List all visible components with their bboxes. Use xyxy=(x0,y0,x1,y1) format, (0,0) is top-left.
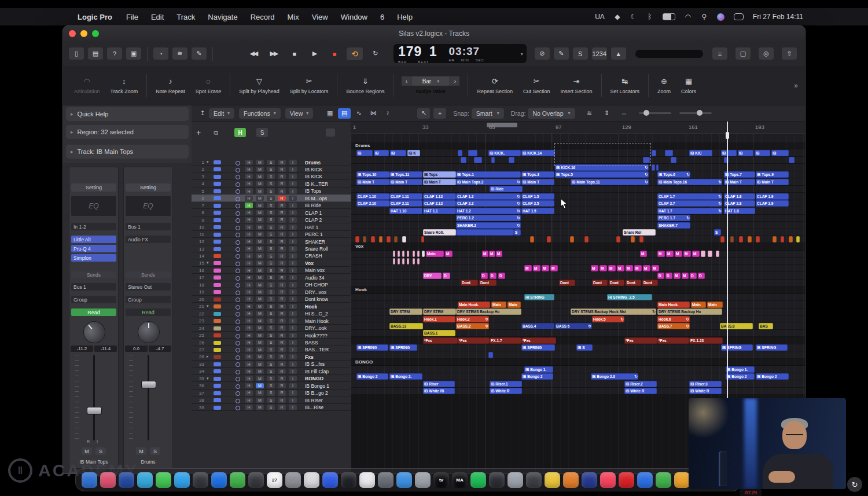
track-i-button[interactable]: I xyxy=(289,160,297,166)
dock-icon-app-dark2[interactable] xyxy=(489,472,505,488)
track-r-button[interactable]: R xyxy=(278,398,286,403)
track-i-button[interactable]: I xyxy=(289,311,297,317)
track-i-button[interactable]: I xyxy=(289,253,297,259)
menu-functions[interactable]: Functions▾ xyxy=(239,108,281,119)
region-ib-kick-16[interactable]: IB KICK.16↻ xyxy=(555,164,649,171)
waveform-zoom-icon[interactable]: ≋ xyxy=(583,108,596,119)
region-ib-riser-2[interactable]: IB Riser.2 xyxy=(624,381,657,387)
region-clap-1-9[interactable]: CLAP 1.9 xyxy=(756,193,789,200)
region-m[interactable]: M xyxy=(617,265,624,271)
dock-icon-whatsapp[interactable] xyxy=(156,472,171,488)
region-ib-spring[interactable]: IB SPRING xyxy=(389,344,417,351)
track-i-button[interactable]: I xyxy=(289,188,297,194)
track-h-button[interactable]: H xyxy=(245,369,253,374)
dock-icon-app-dark[interactable] xyxy=(193,472,208,488)
track-header-14[interactable]: 14HMSRICRASH xyxy=(192,252,351,259)
track-i-button[interactable]: I xyxy=(289,174,297,179)
track-i-button[interactable]: I xyxy=(289,325,297,331)
track-s-button[interactable]: S xyxy=(267,188,275,194)
track-s-button[interactable]: S xyxy=(267,311,275,317)
track-m-button[interactable]: M xyxy=(256,217,264,223)
track-s-button[interactable]: S xyxy=(267,217,275,223)
track-r-button[interactable]: R xyxy=(278,246,286,252)
region-ib-main-tops-16[interactable]: IB Main Tops.16↻ xyxy=(657,179,722,185)
track-lane-7[interactable]: IB Ride xyxy=(351,186,805,193)
setting-button[interactable]: Setting xyxy=(71,183,116,192)
solo-tracks-button[interactable]: S xyxy=(256,128,268,137)
track-i-button[interactable]: I xyxy=(289,383,297,389)
region-fxs[interactable]: *Fxs xyxy=(624,337,657,344)
track-power-icon[interactable] xyxy=(236,391,240,396)
forward-button[interactable]: ▶▶ xyxy=(266,47,282,60)
track-s-button[interactable]: S xyxy=(267,160,275,166)
plugin-slot-little-alt[interactable]: Little Alt xyxy=(71,236,116,243)
region[interactable] xyxy=(631,236,635,243)
region-clap-1-7[interactable]: CLAP 1.7↻ xyxy=(657,193,722,200)
track-lane-23[interactable]: Main Hook.MainMainMain Hook.MainMain xyxy=(351,301,805,308)
control-button-cut-section[interactable]: ✂Cut Section xyxy=(518,75,556,97)
track-power-icon[interactable] xyxy=(236,161,240,166)
dock-icon-app-green[interactable] xyxy=(230,472,245,488)
track-s-button[interactable]: S xyxy=(267,383,275,389)
control-button-track-zoom[interactable]: ↕Track Zoom xyxy=(105,75,144,97)
track-m-button[interactable]: M xyxy=(256,260,264,266)
track-r-button[interactable]: R xyxy=(278,369,286,374)
region-hook-6[interactable]: Hook.6↻ xyxy=(657,316,690,322)
list-view-icon[interactable]: ▤ xyxy=(338,108,351,119)
region-m[interactable]: M xyxy=(533,265,540,271)
bluetooth-icon[interactable]: ᛒ xyxy=(646,13,653,21)
eq-display[interactable]: EQ xyxy=(126,196,171,216)
track-lane-15[interactable]: Vox xyxy=(351,243,805,250)
region[interactable] xyxy=(491,157,495,163)
drag-select[interactable]: No Overlap ▾ xyxy=(528,108,575,119)
region-clap-1-12[interactable]: CLAP 1.12 xyxy=(423,193,456,200)
track-power-icon[interactable] xyxy=(236,182,240,187)
share-icon[interactable]: ⇧ xyxy=(782,47,797,60)
region-shaker-2[interactable]: SHAKER.2↻ xyxy=(456,222,521,229)
region-bass-13[interactable]: BASS.13 xyxy=(389,323,423,329)
dock-icon-app-navy2[interactable] xyxy=(582,472,597,488)
track-r-button[interactable]: R xyxy=(278,325,286,331)
region[interactable] xyxy=(570,236,574,243)
region[interactable] xyxy=(402,251,404,257)
region-clap-2-9[interactable]: CLAP 2.9 xyxy=(756,200,789,207)
track-header-11[interactable]: 11HMSRIPERC 1 xyxy=(192,231,351,238)
track-h-button[interactable]: H xyxy=(245,325,253,331)
region-dry-stems-backup-hook-mai[interactable]: DRY STEMS Backup Hook Mai↻ xyxy=(571,308,656,315)
editors-icon[interactable]: ✎ xyxy=(192,47,207,60)
record-button[interactable]: ● xyxy=(326,47,343,60)
region-ib-spring[interactable]: IB SPRING xyxy=(356,344,388,351)
region-fxs[interactable]: *Fxs xyxy=(657,337,689,344)
disclosure-icon[interactable]: ▾ xyxy=(207,160,209,164)
region-ib-white-r[interactable]: IB White R xyxy=(689,388,722,394)
region[interactable] xyxy=(379,236,382,243)
menu-item-6[interactable]: 6 xyxy=(380,13,384,21)
track-header-17[interactable]: 17HMSRIAudio 34 xyxy=(192,274,351,281)
track-r-button[interactable]: R xyxy=(278,260,286,266)
region-dont[interactable]: Dont xyxy=(479,280,496,286)
track-lane-22[interactable]: HI STRINGHI STRING_2.5 xyxy=(351,294,805,301)
dock-icon-app-green2[interactable] xyxy=(656,472,671,488)
menu-item-track[interactable]: Track xyxy=(176,13,195,21)
replace-button[interactable]: ↻ xyxy=(367,47,383,60)
menu-item-file[interactable]: File xyxy=(126,13,138,21)
track-header-6[interactable]: 6HMSRIIB M...ops xyxy=(192,194,351,201)
region-m[interactable]: M xyxy=(675,251,682,257)
dock-icon-safari[interactable] xyxy=(137,472,153,488)
region-ib-riser-1[interactable]: IB Riser.1 xyxy=(490,381,522,387)
track-i-button[interactable]: I xyxy=(289,246,297,252)
track-m-button[interactable]: M xyxy=(256,304,264,310)
track-s-button[interactable]: S xyxy=(267,296,275,302)
track-header-22[interactable]: 22HMSRIHI S...G_2 xyxy=(192,310,351,317)
track-m-button[interactable]: M xyxy=(256,253,264,259)
plugin-slot-audio-fx[interactable]: Audio FX xyxy=(126,236,171,243)
track-lane-3[interactable] xyxy=(351,157,805,164)
region-ib-white-r[interactable]: IB White R xyxy=(490,388,522,394)
region-d[interactable]: D xyxy=(443,273,450,279)
region-hi-string-2-5[interactable]: HI STRING_2.5 xyxy=(607,294,652,300)
control-button-bounce-regions[interactable]: ⇓Bounce Regions xyxy=(341,75,389,97)
region[interactable] xyxy=(547,236,551,243)
region[interactable] xyxy=(398,258,400,264)
track-header-37[interactable]: 37HMSRIIB B...go 2 xyxy=(192,390,351,396)
region-ib-kick[interactable]: IB KICK. xyxy=(488,150,521,156)
